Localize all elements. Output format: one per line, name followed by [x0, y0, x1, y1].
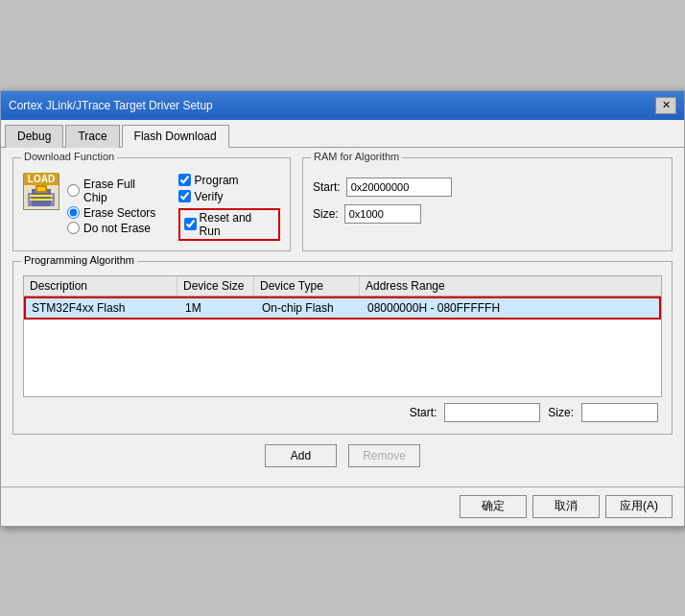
svg-rect-2: [30, 195, 53, 197]
programming-algorithm-group: Programming Algorithm Description Device…: [12, 261, 673, 435]
load-icon-img: [28, 185, 55, 211]
cell-device-size: 1M: [179, 298, 256, 318]
table-body: STM32F4xx Flash 1M On-chip Flash 0800000…: [24, 296, 661, 396]
ram-size-input[interactable]: [344, 204, 421, 224]
top-section: Download Function LOAD: [12, 157, 673, 251]
ram-start-input[interactable]: [346, 178, 452, 197]
ram-start-row: Start:: [313, 178, 662, 197]
col-header-address-range: Address Range: [360, 276, 661, 296]
cell-address-range: 08000000H - 080FFFFFH: [362, 298, 659, 318]
footer-start-label: Start:: [410, 406, 437, 419]
footer-start-input[interactable]: [444, 403, 540, 422]
title-bar: Cortex JLink/JTrace Target Driver Setup …: [1, 91, 684, 120]
svg-rect-3: [30, 199, 53, 201]
close-button[interactable]: ✕: [655, 97, 676, 114]
algorithm-table: Description Device Size Device Type Addr…: [23, 275, 662, 397]
radio-erase-full-chip: Erase Full Chip: [67, 178, 161, 204]
table-footer: Start: Size:: [23, 397, 662, 424]
col-header-device-type: Device Type: [254, 276, 360, 296]
reset-and-run-box: Reset and Run: [178, 208, 280, 241]
programming-algorithm-title: Programming Algorithm: [21, 254, 137, 266]
tab-bar: Debug Trace Flash Download: [1, 120, 684, 148]
title-bar-buttons: ✕: [655, 97, 676, 114]
download-inner: LOAD: [23, 170, 280, 241]
table-empty-area: [24, 320, 661, 396]
tab-flash-download[interactable]: Flash Download: [122, 125, 229, 148]
tab-content: Download Function LOAD: [1, 148, 684, 479]
checkboxes-col: Program Verify Reset and Run: [178, 174, 280, 241]
cell-device-type: On-chip Flash: [256, 298, 362, 318]
footer-size-label: Size:: [548, 406, 574, 419]
tab-debug[interactable]: Debug: [5, 125, 63, 148]
options-container: Erase Full Chip Erase Sectors Do not Era…: [67, 174, 280, 241]
main-window: Cortex JLink/JTrace Target Driver Setup …: [0, 90, 685, 527]
add-button[interactable]: Add: [265, 444, 337, 467]
footer-size-input[interactable]: [581, 403, 658, 422]
ok-button[interactable]: 确定: [460, 495, 527, 518]
radio-group: Erase Full Chip Erase Sectors Do not Era…: [67, 178, 161, 241]
remove-button[interactable]: Remove: [348, 444, 420, 467]
col-header-device-size: Device Size: [177, 276, 254, 296]
ram-algorithm-group: RAM for Algorithm Start: Size:: [302, 157, 673, 251]
radio-do-not-erase: Do not Erase: [67, 222, 161, 235]
apply-button[interactable]: 应用(A): [605, 495, 673, 518]
col-header-description: Description: [24, 276, 177, 296]
window-title: Cortex JLink/JTrace Target Driver Setup: [9, 99, 213, 112]
ram-start-label: Start:: [313, 180, 341, 194]
cell-description: STM32F4xx Flash: [26, 298, 179, 318]
tab-trace[interactable]: Trace: [65, 125, 119, 148]
ram-algorithm-title: RAM for Algorithm: [311, 151, 402, 162]
bottom-bar: 确定 取消 应用(A): [1, 486, 684, 526]
load-icon: LOAD: [23, 174, 59, 210]
ram-size-label: Size:: [313, 207, 339, 221]
cb-verify-row: Verify: [178, 190, 280, 203]
ram-size-row: Size:: [313, 204, 662, 224]
load-icon-text: LOAD: [24, 173, 59, 185]
cb-program-row: Program: [178, 174, 280, 187]
svg-rect-5: [37, 187, 45, 191]
download-function-group: Download Function LOAD: [12, 157, 291, 251]
table-row[interactable]: STM32F4xx Flash 1M On-chip Flash 0800000…: [24, 296, 661, 320]
cancel-button[interactable]: 取消: [532, 495, 600, 518]
radio-erase-sectors: Erase Sectors: [67, 206, 161, 220]
ram-fields: Start: Size:: [313, 178, 662, 224]
download-function-title: Download Function: [21, 151, 117, 162]
action-buttons: Add Remove: [12, 444, 673, 467]
table-header: Description Device Size Device Type Addr…: [24, 276, 661, 296]
